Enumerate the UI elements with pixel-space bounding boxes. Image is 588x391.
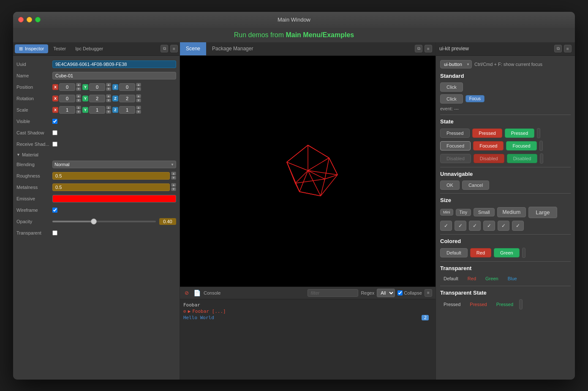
material-arrow[interactable]: ▼ xyxy=(16,153,20,157)
spin-down[interactable]: ▼ xyxy=(171,187,176,191)
spin-up[interactable]: ▲ xyxy=(136,94,141,98)
check-btn-3[interactable]: ✓ xyxy=(469,221,481,231)
rotation-x-input[interactable] xyxy=(59,95,75,102)
spin-up[interactable]: ▲ xyxy=(106,106,111,109)
maximize-button[interactable] xyxy=(35,17,41,22)
standard-click-btn[interactable]: Click xyxy=(440,82,463,92)
console-doc-btn[interactable]: 📄 xyxy=(193,290,200,296)
roughness-spinner[interactable]: ▲ ▼ xyxy=(171,172,176,180)
scale-x-input[interactable] xyxy=(59,106,75,114)
size-large-btn[interactable]: Large xyxy=(528,207,557,218)
transparent-state-green-btn[interactable]: Pressed xyxy=(493,301,517,308)
console-clear-btn[interactable]: ⊘ xyxy=(183,290,190,296)
console-filter-select[interactable]: All xyxy=(377,289,395,297)
opacity-slider[interactable] xyxy=(52,221,156,222)
colored-green-btn[interactable]: Green xyxy=(494,248,520,257)
spin-up[interactable]: ▲ xyxy=(76,83,81,87)
spin-up[interactable]: ▲ xyxy=(76,106,81,109)
wireframe-checkbox[interactable] xyxy=(52,208,57,213)
colored-default-btn[interactable]: Default xyxy=(440,248,468,257)
colored-red-btn[interactable]: Red xyxy=(470,248,491,257)
transparent-default-btn[interactable]: Default xyxy=(440,275,462,282)
spin-up[interactable]: ▲ xyxy=(171,183,176,187)
name-input[interactable] xyxy=(52,72,176,79)
position-x-input[interactable] xyxy=(59,83,75,91)
scale-z-input[interactable] xyxy=(119,106,135,114)
tab-inspector[interactable]: ⊞ Inspector xyxy=(15,44,48,53)
transparent-red-btn[interactable]: Red xyxy=(464,275,479,282)
state-pressed-green[interactable]: Pressed xyxy=(505,129,534,138)
transparent-state-red-btn[interactable]: Pressed xyxy=(466,301,490,308)
state-scrollbar[interactable] xyxy=(537,128,540,138)
header-link[interactable]: Main Menu/Examples xyxy=(286,31,354,38)
state-focused-red[interactable]: Focused xyxy=(473,141,504,150)
state-pressed-red[interactable]: Pressed xyxy=(472,129,502,138)
rotation-z-spinner[interactable]: ▲ ▼ xyxy=(136,94,141,102)
spin-up[interactable]: ▲ xyxy=(106,83,111,87)
tab-ipc[interactable]: Ipc Debugger xyxy=(71,44,107,53)
check-btn-5[interactable]: ✓ xyxy=(498,221,509,231)
scene-copy-btn[interactable]: ⧉ xyxy=(415,45,422,52)
emissive-color-picker[interactable] xyxy=(52,195,176,202)
transparent-checkbox[interactable] xyxy=(52,230,57,235)
check-btn-1[interactable]: ✓ xyxy=(440,221,452,231)
standard-click-btn2[interactable]: Click xyxy=(440,94,463,104)
spin-down[interactable]: ▼ xyxy=(76,110,81,114)
close-button[interactable] xyxy=(18,17,24,22)
spin-down[interactable]: ▼ xyxy=(76,87,81,91)
rotation-z-input[interactable] xyxy=(119,95,135,102)
uikit-component-select[interactable]: ui-button xyxy=(440,60,472,68)
position-x-spinner[interactable]: ▲ ▼ xyxy=(76,83,81,91)
tab-package-manager[interactable]: Package Manager xyxy=(206,42,259,55)
spin-up[interactable]: ▲ xyxy=(171,172,176,175)
collapse-checkbox[interactable] xyxy=(397,290,403,295)
transparent-state-default-btn[interactable]: Pressed xyxy=(440,301,464,308)
uuid-input[interactable] xyxy=(52,60,176,68)
transparent-state-scrollbar[interactable] xyxy=(519,299,523,309)
spin-down[interactable]: ▼ xyxy=(136,87,141,91)
roughness-input[interactable] xyxy=(52,172,170,180)
console-filter-input[interactable] xyxy=(308,289,358,297)
check-btn-6[interactable]: ✓ xyxy=(512,221,524,231)
focus-badge[interactable]: Focus xyxy=(466,95,485,102)
blending-select[interactable]: Normal xyxy=(52,161,176,168)
spin-up[interactable]: ▲ xyxy=(136,106,141,109)
check-btn-4[interactable]: ✓ xyxy=(483,221,495,231)
tab-scene[interactable]: Scene xyxy=(180,42,206,55)
position-y-spinner[interactable]: ▲ ▼ xyxy=(106,83,111,91)
spin-up[interactable]: ▲ xyxy=(106,94,111,98)
unnavigable-ok-btn[interactable]: OK xyxy=(440,180,460,190)
panel-copy-btn[interactable]: ⧉ xyxy=(161,45,168,52)
cast-shadow-checkbox[interactable] xyxy=(52,130,57,135)
transparent-blue-btn[interactable]: Blue xyxy=(504,275,520,282)
rotation-x-spinner[interactable]: ▲ ▼ xyxy=(76,94,81,102)
transparent-green-btn[interactable]: Green xyxy=(482,275,502,282)
spin-down[interactable]: ▼ xyxy=(106,98,111,102)
scale-y-input[interactable] xyxy=(89,106,105,114)
position-z-input[interactable] xyxy=(119,83,135,91)
panel-menu-btn[interactable]: ≡ xyxy=(170,45,178,52)
spin-up[interactable]: ▲ xyxy=(76,94,81,98)
scale-y-spinner[interactable]: ▲ ▼ xyxy=(106,106,111,114)
check-btn-2[interactable]: ✓ xyxy=(455,221,466,231)
spin-down[interactable]: ▼ xyxy=(76,98,81,102)
receive-shadow-checkbox[interactable] xyxy=(52,142,57,147)
right-panel-copy-btn[interactable]: ⧉ xyxy=(554,45,562,52)
right-panel-menu-btn[interactable]: ≡ xyxy=(564,45,572,52)
size-small-btn[interactable]: Small xyxy=(474,208,495,216)
size-medium-btn[interactable]: Medium xyxy=(497,207,526,217)
spin-down[interactable]: ▼ xyxy=(136,110,141,114)
spin-down[interactable]: ▼ xyxy=(171,176,176,180)
size-mini-btn[interactable]: Mini xyxy=(440,209,453,216)
spin-down[interactable]: ▼ xyxy=(136,98,141,102)
unnavigable-cancel-btn[interactable]: Cancel xyxy=(462,180,489,190)
state-focused-default[interactable]: Focused xyxy=(440,141,471,150)
spin-up[interactable]: ▲ xyxy=(136,83,141,87)
spin-down[interactable]: ▼ xyxy=(106,87,111,91)
position-z-spinner[interactable]: ▲ ▼ xyxy=(136,83,141,91)
scene-menu-btn[interactable]: ≡ xyxy=(425,45,432,52)
scale-z-spinner[interactable]: ▲ ▼ xyxy=(136,106,141,114)
metalness-input[interactable] xyxy=(52,183,170,191)
console-menu-btn[interactable]: ≡ xyxy=(425,289,432,297)
state-pressed-default[interactable]: Pressed xyxy=(440,129,470,138)
